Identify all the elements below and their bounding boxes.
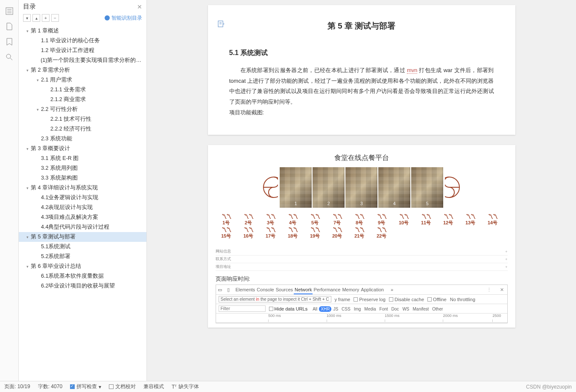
expand-all-button[interactable]: ▴ xyxy=(32,14,40,22)
table-cell[interactable]: 〽〽12号 xyxy=(441,214,456,226)
table-cell[interactable]: 〽〽7号 xyxy=(330,214,345,226)
filter-type[interactable]: All xyxy=(311,306,319,312)
toc-item[interactable]: 2.2.2 经济可行性 xyxy=(19,124,146,134)
toc-item[interactable]: 3.1 系统 E-R 图 xyxy=(19,154,146,163)
carousel-image[interactable]: 3 xyxy=(345,167,377,208)
filter-type[interactable]: CSS xyxy=(340,306,352,312)
table-cell[interactable]: 〽〽19号 xyxy=(308,227,322,239)
filter-type[interactable]: Img xyxy=(352,306,363,312)
toc-item[interactable]: 1.1 毕业设计的核心任务 xyxy=(19,36,146,46)
table-cell[interactable]: 〽〽8号 xyxy=(352,214,367,226)
devtools-tab[interactable]: Console xyxy=(256,286,275,293)
close-icon[interactable]: ✕ xyxy=(137,3,142,10)
table-cell[interactable]: 〽〽17号 xyxy=(263,227,278,239)
smart-toc-link[interactable]: 智能识别目录 xyxy=(105,15,142,22)
disable-cache-checkbox[interactable]: Disable cache xyxy=(389,297,424,302)
devtools-menu-icon[interactable]: ⋮ xyxy=(485,287,493,293)
table-cell[interactable]: 〽〽10号 xyxy=(397,214,411,226)
device-icon[interactable]: ▯ xyxy=(227,287,230,293)
compat-mode[interactable]: 兼容模式 xyxy=(143,383,164,390)
toc-item[interactable]: 4.3项目难点及解决方案 xyxy=(19,212,146,222)
offline-checkbox[interactable]: Offline xyxy=(427,297,447,302)
missing-font-button[interactable]: Tᵀ 缺失字体 xyxy=(172,383,199,390)
toc-item[interactable]: 5.2系统部署 xyxy=(19,252,146,261)
toc-item[interactable]: 2.1.1 业务需求 xyxy=(19,85,146,95)
devtools-tab[interactable]: Elements xyxy=(235,286,256,293)
table-cell[interactable]: 〽〽1号 xyxy=(219,214,234,226)
table-cell[interactable]: 〽〽4号 xyxy=(286,214,300,226)
bookmark-icon[interactable] xyxy=(3,36,15,48)
filter-type[interactable]: WS xyxy=(401,306,411,312)
toc-item[interactable]: 6.2毕业设计项目的收获与展望 xyxy=(19,281,146,291)
table-cell[interactable]: 〽〽20号 xyxy=(330,227,345,239)
toc-item[interactable]: 3.3 系统架构图 xyxy=(19,173,146,183)
devtools-tab[interactable]: Sources xyxy=(275,286,294,293)
inspect-icon[interactable]: ▭ xyxy=(218,287,222,293)
table-cell[interactable]: 〽〽9号 xyxy=(374,214,389,226)
page-icon[interactable] xyxy=(217,20,225,28)
devtools-tab[interactable]: Network xyxy=(294,286,313,294)
footer-link-row[interactable]: 项目地址+ xyxy=(216,263,508,271)
toc-item[interactable]: ▾第 1 章概述 xyxy=(19,26,146,36)
filter-input[interactable] xyxy=(219,305,266,312)
toc-item[interactable]: ▾第 4 章详细设计与系统实现 xyxy=(19,183,146,193)
table-cell[interactable]: 〽〽21号 xyxy=(352,227,367,239)
tab-more[interactable]: » xyxy=(390,286,394,293)
throttle-select[interactable]: No throttling xyxy=(450,297,475,302)
toc-item[interactable]: ▾第 3 章概要设计 xyxy=(19,144,146,154)
footer-link-row[interactable]: 网站信息+ xyxy=(216,248,508,256)
devtools-tab[interactable]: Performance xyxy=(313,286,341,293)
toc-item[interactable]: 4.4典型代码片段与设计过程 xyxy=(19,222,146,232)
toc-item[interactable]: 4.2表现层设计与实现 xyxy=(19,203,146,212)
word-count[interactable]: 字数: 4070 xyxy=(38,383,62,390)
table-cell[interactable]: 〽〽3号 xyxy=(263,214,278,226)
toc-item[interactable]: 4.1业务逻辑设计与实现 xyxy=(19,193,146,203)
carousel-image[interactable]: 2 xyxy=(313,167,345,208)
table-cell[interactable]: 〽〽16号 xyxy=(241,227,256,239)
document-viewport[interactable]: 第 5 章 测试与部署 5.1 系统测试 在系统部署到云服务器之前，已经在本机上… xyxy=(147,0,576,381)
search-icon[interactable] xyxy=(3,51,15,63)
timeline[interactable]: 500 ms1000 ms1500 ms2000 ms2500 xyxy=(216,314,507,323)
devtools-tab[interactable]: Application xyxy=(360,286,385,293)
remove-button[interactable]: − xyxy=(51,14,59,22)
table-cell[interactable]: 〽〽15号 xyxy=(219,227,234,239)
filter-type[interactable]: Font xyxy=(378,306,390,312)
toc-item[interactable]: 2.2.1 技术可行性 xyxy=(19,114,146,124)
toc-item[interactable]: ▾2.2 可行性分析 xyxy=(19,105,146,114)
filter-type[interactable]: XHR xyxy=(319,306,331,312)
toc-item[interactable]: (1)第一个阶段主要实现项目需求分析的编写 ... xyxy=(19,55,146,65)
toc-item[interactable]: ▾第 5 章测试与部署 xyxy=(19,232,146,242)
toc-item[interactable]: 2.3 系统功能 xyxy=(19,134,146,144)
filter-type[interactable]: Doc xyxy=(390,306,401,312)
table-cell[interactable]: 〽〽5号 xyxy=(308,214,322,226)
toc-item[interactable]: 3.2 系统用列图 xyxy=(19,163,146,173)
table-cell[interactable]: 〽〽11号 xyxy=(419,214,433,226)
filter-type[interactable]: Manifest xyxy=(411,306,430,312)
filter-type[interactable]: Media xyxy=(363,306,377,312)
page-indicator[interactable]: 页面: 10/19 xyxy=(4,383,30,390)
file-icon[interactable] xyxy=(3,20,15,32)
table-cell[interactable]: 〽〽14号 xyxy=(485,214,500,226)
toc-item[interactable]: 5.1系统测试 xyxy=(19,242,146,252)
outline-icon[interactable] xyxy=(3,5,15,17)
carousel-image[interactable]: 4 xyxy=(378,167,410,208)
table-cell[interactable]: 〽〽13号 xyxy=(463,214,478,226)
filter-type[interactable]: Other xyxy=(430,306,444,312)
toc-item[interactable]: ▾2.1 用户需求 xyxy=(19,75,146,85)
carousel-image[interactable]: 1 xyxy=(280,167,312,208)
table-cell[interactable]: 〽〽2号 xyxy=(241,214,256,226)
preserve-log-checkbox[interactable]: Preserve log xyxy=(354,297,386,302)
carousel-image[interactable]: 5 xyxy=(411,167,443,208)
spelling-error[interactable]: mvn xyxy=(407,67,418,74)
devtools-close-icon[interactable]: ✕ xyxy=(498,287,506,293)
toc-item[interactable]: 1.2 毕业设计工作进程 xyxy=(19,46,146,55)
proofread-button[interactable]: 文档校对 xyxy=(109,383,136,390)
footer-link-row[interactable]: 联系方式+ xyxy=(216,256,508,263)
devtools-tab[interactable]: Memory xyxy=(341,286,360,293)
collapse-all-button[interactable]: ▾ xyxy=(23,14,31,22)
filter-type[interactable]: JS xyxy=(331,306,340,312)
toc-item[interactable]: 6.1系统基本软件度量数据 xyxy=(19,271,146,281)
hide-data-urls-checkbox[interactable]: Hide data URLs xyxy=(269,306,308,311)
toc-item[interactable]: ▾第 2 章需求分析 xyxy=(19,65,146,75)
add-button[interactable]: + xyxy=(42,14,50,22)
